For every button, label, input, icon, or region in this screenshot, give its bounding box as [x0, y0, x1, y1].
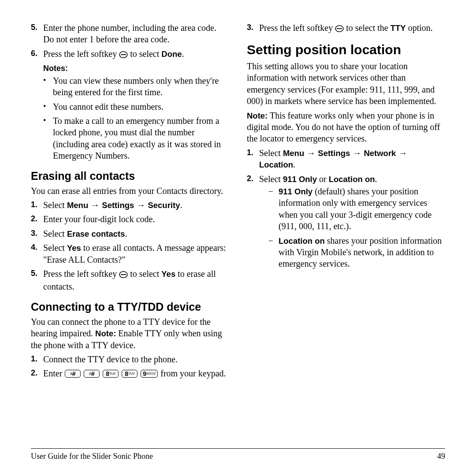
list-item: •You can view these numbers only when th…: [43, 75, 229, 98]
list-item: 3. Select Erase contacts.: [31, 228, 229, 239]
keypad-key-icon: &#: [65, 370, 81, 378]
list-item: •To make a call to an emergency number f…: [43, 115, 229, 162]
list-item: –Location on shares your position inform…: [269, 235, 445, 270]
page-footer: User Guide for the Slider Sonic Phone 49: [31, 448, 445, 462]
paragraph: You can erase all entries from your Cont…: [31, 185, 229, 197]
section-heading-location: Setting position location: [247, 41, 445, 59]
softkey-icon: [119, 49, 128, 61]
right-column: 3. Press the left softkey to select the …: [247, 21, 445, 382]
list-item: 5. Press the left softkey to select Yes …: [31, 268, 229, 293]
paragraph: You can connect the phone to a TTY devic…: [31, 316, 229, 351]
section-heading-erase: Erasing all contacts: [31, 169, 229, 183]
list-item: •You cannot edit these numbers.: [43, 101, 229, 112]
notes-label: Notes:: [43, 63, 229, 74]
left-column: 5. Enter the phone number, including the…: [31, 21, 229, 382]
list-item: 6. Press the left softkey to select Done…: [31, 48, 229, 61]
notes-list: •You can view these numbers only when th…: [43, 75, 229, 162]
page-number: 49: [437, 451, 445, 462]
section-heading-tty: Connecting to a TTY/TDD device: [31, 300, 229, 314]
erase-steps: 1. Select Menu → Settings → Security. 2.…: [31, 199, 229, 293]
list-item: 3. Press the left softkey to select the …: [247, 22, 445, 35]
list-item: 1. Select Menu → Settings → Security.: [31, 199, 229, 211]
list-item: 2.Enter your four-digit lock code.: [31, 213, 229, 225]
list-item: 5. Enter the phone number, including the…: [31, 22, 229, 45]
softkey-icon: [335, 23, 344, 35]
location-steps: 1. Select Menu → Settings → Network → Lo…: [247, 147, 445, 272]
two-column-layout: 5. Enter the phone number, including the…: [31, 21, 445, 382]
keypad-key-icon: 9WXYZ: [141, 370, 158, 378]
location-sublist: –911 Only (default) shares your position…: [269, 186, 445, 270]
continued-list: 5. Enter the phone number, including the…: [31, 22, 229, 61]
paragraph: This setting allows you to share your lo…: [247, 60, 445, 107]
keypad-key-icon: 8TUV: [103, 370, 119, 378]
softkey-icon: [119, 269, 128, 281]
list-text: Enter the phone number, including the ar…: [43, 22, 229, 45]
list-item: 1. Select Menu → Settings → Network → Lo…: [247, 147, 445, 171]
list-number: 6.: [31, 48, 43, 61]
list-item: 1.Connect the TTY device to the phone.: [31, 353, 229, 365]
paragraph: Note: This feature works only when your …: [247, 110, 445, 145]
tty-steps-continued: 3. Press the left softkey to select the …: [247, 22, 445, 35]
keypad-key-icon: 8TUV: [122, 370, 138, 378]
manual-page: 5. Enter the phone number, including the…: [0, 0, 476, 476]
list-item: 4. Select Yes to erase all contacts. A m…: [31, 242, 229, 265]
list-item: 2. Enter &# &# 8TUV 8TUV 9WXYZ from your…: [31, 368, 229, 379]
list-number: 5.: [31, 22, 43, 45]
list-text: Press the left softkey to select Done.: [43, 48, 229, 61]
list-item: –911 Only (default) shares your position…: [269, 186, 445, 232]
keypad-key-icon: &#: [84, 370, 100, 378]
footer-title: User Guide for the Slider Sonic Phone: [31, 451, 153, 462]
tty-steps: 1.Connect the TTY device to the phone. 2…: [31, 353, 229, 379]
list-item: 2. Select 911 Only or Location on. –911 …: [247, 173, 445, 272]
